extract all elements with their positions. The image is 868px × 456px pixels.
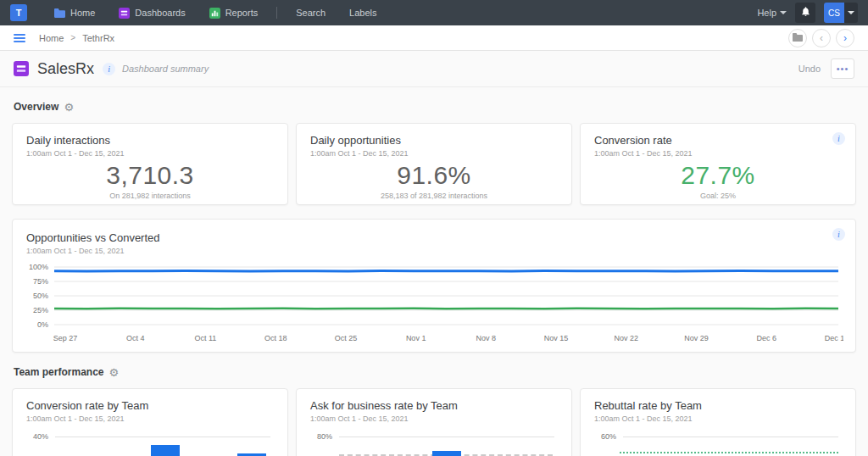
bell-icon xyxy=(800,5,811,20)
previous-button[interactable]: ‹ xyxy=(812,29,831,47)
top-navbar: T Home Dashboards Reports Search Labels … xyxy=(0,0,868,25)
svg-text:Oct 18: Oct 18 xyxy=(264,334,287,342)
nav-divider xyxy=(276,7,277,19)
svg-text:0%: 0% xyxy=(37,320,48,329)
help-label: Help xyxy=(757,8,776,18)
nav-labels[interactable]: Labels xyxy=(341,0,385,25)
svg-text:Oct 4: Oct 4 xyxy=(126,334,145,342)
kpi-cards-row: Daily interactions 1:00am Oct 1 - Dec 15… xyxy=(12,123,856,205)
kpi-card-daily-opportunities: Daily opportunities 1:00am Oct 1 - Dec 1… xyxy=(296,123,572,205)
dotted-series-line xyxy=(620,452,838,453)
axis-tick-label: 40% xyxy=(26,432,48,441)
kpi-title: Daily opportunities xyxy=(310,134,558,147)
info-icon[interactable]: i xyxy=(832,132,845,145)
svg-text:Nov 29: Nov 29 xyxy=(684,334,709,342)
team-section-header: Team performance ⚙ xyxy=(14,366,854,378)
next-button[interactable]: › xyxy=(836,29,854,47)
team-chart-title: Conversion rate by Team xyxy=(26,399,274,412)
nav-labels-label: Labels xyxy=(349,8,376,18)
gear-icon[interactable]: ⚙ xyxy=(108,367,119,378)
kpi-subtext: Goal: 25% xyxy=(594,192,842,200)
move-to-folder-button[interactable] xyxy=(788,29,807,47)
nav-search-label: Search xyxy=(296,8,326,18)
kpi-period: 1:00am Oct 1 - Dec 15, 2021 xyxy=(26,149,274,158)
opportunities-vs-converted-card: Opportunities vs Converted i 1:00am Oct … xyxy=(12,219,856,353)
nav-home-label: Home xyxy=(70,8,95,18)
svg-text:100%: 100% xyxy=(29,263,48,271)
kpi-title: Daily interactions xyxy=(26,134,274,147)
kpi-value: 91.6% xyxy=(310,161,558,190)
kpi-value: 27.7% xyxy=(594,161,842,190)
notifications-button[interactable] xyxy=(795,3,815,23)
breadcrumb-bar: Home > TethrRx ‹ › xyxy=(0,25,868,51)
gridline xyxy=(339,437,554,437)
info-icon[interactable]: i xyxy=(103,63,115,75)
nav-home[interactable]: Home xyxy=(46,0,103,25)
axis-tick-label: 60% xyxy=(594,432,616,441)
svg-text:75%: 75% xyxy=(33,277,48,286)
team-chart-period: 1:00am Oct 1 - Dec 15, 2021 xyxy=(594,414,842,423)
svg-text:Nov 1: Nov 1 xyxy=(406,334,426,342)
kpi-period: 1:00am Oct 1 - Dec 15, 2021 xyxy=(594,149,842,158)
breadcrumb-separator: > xyxy=(70,33,75,42)
kpi-period: 1:00am Oct 1 - Dec 15, 2021 xyxy=(310,149,558,158)
info-icon[interactable]: i xyxy=(832,228,845,241)
ask-for-business-rate-by-team-chart: 80% xyxy=(310,431,558,456)
kpi-subtext: On 281,982 interactions xyxy=(26,192,274,200)
team-card-conversion-rate: Conversion rate by Team 1:00am Oct 1 - D… xyxy=(12,388,288,456)
menu-icon[interactable] xyxy=(14,34,25,42)
svg-text:Dec 13: Dec 13 xyxy=(825,334,843,342)
dashboard-titlebar: SalesRx i Dashboard summary Undo ••• xyxy=(0,51,868,87)
chart-period: 1:00am Oct 1 - Dec 15, 2021 xyxy=(26,247,842,255)
nav-search[interactable]: Search xyxy=(287,0,334,25)
team-bar xyxy=(432,451,461,456)
svg-text:Oct 25: Oct 25 xyxy=(335,334,358,342)
kpi-card-conversion-rate: Conversion rate i 1:00am Oct 1 - Dec 15,… xyxy=(580,123,856,205)
svg-text:50%: 50% xyxy=(33,292,48,300)
kpi-title: Conversion rate xyxy=(594,134,842,147)
breadcrumb-home[interactable]: Home xyxy=(39,33,64,43)
undo-button[interactable]: Undo xyxy=(798,64,821,74)
user-menu[interactable]: CS xyxy=(824,3,858,23)
nav-dashboards[interactable]: Dashboards xyxy=(110,0,193,25)
folder-move-icon xyxy=(793,33,803,43)
help-menu[interactable]: Help xyxy=(757,8,787,18)
kpi-subtext: 258,183 of 281,982 interactions xyxy=(310,192,558,200)
team-chart-period: 1:00am Oct 1 - Dec 15, 2021 xyxy=(26,414,274,423)
gridline xyxy=(55,437,270,437)
gear-icon[interactable]: ⚙ xyxy=(64,102,74,113)
svg-text:Nov 15: Nov 15 xyxy=(544,334,569,342)
conversion-rate-by-team-chart: 40% xyxy=(26,431,274,456)
kpi-card-daily-interactions: Daily interactions 1:00am Oct 1 - Dec 15… xyxy=(12,123,288,205)
breadcrumb-current[interactable]: TethrRx xyxy=(82,33,114,43)
team-bar xyxy=(151,445,180,456)
team-card-ask-for-business: Ask for business rate by Team 1:00am Oct… xyxy=(296,388,572,456)
rebuttal-rate-by-team-chart: 60% xyxy=(594,431,842,456)
dashboard-purple-icon xyxy=(14,61,29,76)
reports-icon xyxy=(209,8,220,19)
team-performance-heading: Team performance xyxy=(14,366,103,378)
avatar: CS xyxy=(824,3,844,23)
chevron-right-icon: › xyxy=(843,33,847,43)
nav-reports[interactable]: Reports xyxy=(201,0,267,25)
axis-tick-label: 80% xyxy=(310,432,332,441)
svg-text:Dec 6: Dec 6 xyxy=(757,334,777,342)
team-chart-period: 1:00am Oct 1 - Dec 15, 2021 xyxy=(310,414,558,423)
opportunities-vs-converted-chart: 100%75%50%25%0%Sep 27Oct 4Oct 11Oct 18Oc… xyxy=(26,260,843,347)
dashboard-icon xyxy=(119,8,130,19)
page-title: SalesRx xyxy=(37,60,94,78)
team-card-rebuttal-rate: Rebuttal rate by Team 1:00am Oct 1 - Dec… xyxy=(580,388,856,456)
nav-reports-label: Reports xyxy=(225,8,259,18)
svg-text:Nov 22: Nov 22 xyxy=(615,334,639,342)
overview-heading: Overview xyxy=(14,101,58,113)
folder-icon xyxy=(54,8,65,18)
team-cards-row: Conversion rate by Team 1:00am Oct 1 - D… xyxy=(12,388,856,456)
chevron-left-icon: ‹ xyxy=(820,33,823,43)
chevron-down-icon xyxy=(780,11,787,14)
gridline xyxy=(623,437,838,437)
ellipsis-icon: ••• xyxy=(837,64,849,74)
svg-text:Nov 8: Nov 8 xyxy=(476,334,497,342)
chart-title: Opportunities vs Converted xyxy=(26,231,842,244)
app-logo[interactable]: T xyxy=(10,4,27,21)
more-options-button[interactable]: ••• xyxy=(831,58,854,79)
